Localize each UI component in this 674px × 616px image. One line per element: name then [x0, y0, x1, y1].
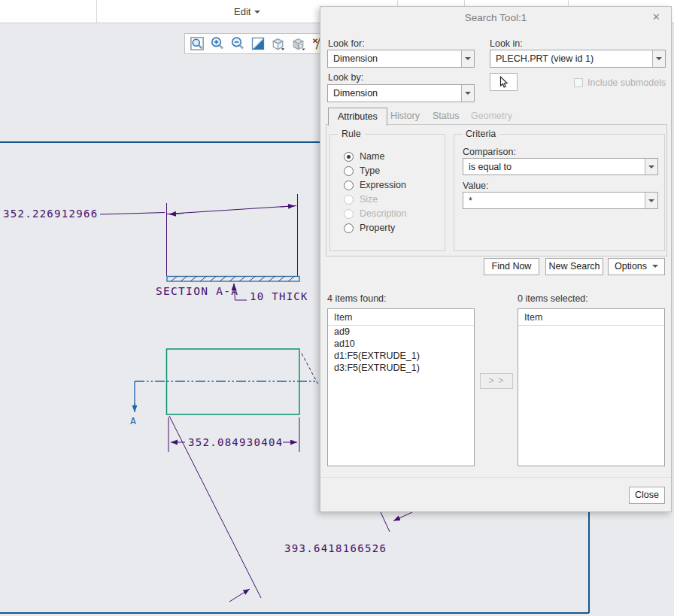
chevron-down-icon[interactable] — [652, 50, 665, 67]
rule-option-description: Description — [338, 208, 407, 219]
rule-option-expression[interactable]: Expression — [338, 180, 406, 190]
look-for-value: Dimension — [333, 53, 457, 64]
section-bar[interactable] — [167, 275, 299, 282]
ribbon-divider — [464, 0, 465, 6]
tab-geometry: Geometry — [462, 108, 521, 125]
radio-icon[interactable] — [344, 166, 354, 176]
zoom-in-icon[interactable] — [207, 35, 227, 53]
edit-menu-label: Edit — [234, 6, 250, 17]
display-style-icon[interactable] — [268, 35, 288, 53]
items-selected-label: 0 items selected: — [518, 293, 588, 304]
comparison-label: Comparison: — [463, 147, 516, 157]
comparison-combobox[interactable]: is equal to — [463, 158, 658, 175]
criteria-group-title: Criteria — [462, 129, 499, 139]
new-search-button[interactable]: New Search — [545, 258, 603, 275]
search-tool-dialog: Search Tool:1 ✕ Look for: Dimension Look… — [320, 6, 672, 512]
dimension-top-lines[interactable] — [100, 194, 298, 276]
rule-group-title: Rule — [338, 129, 365, 139]
tab-history[interactable]: History — [381, 108, 429, 125]
cursor-icon — [499, 76, 509, 89]
radio-disabled-icon — [344, 209, 354, 219]
found-items-list[interactable]: Item ad9 ad10 d1:F5(EXTRUDE_1) d3:F5(EXT… — [327, 308, 475, 466]
close-icon[interactable]: ✕ — [652, 11, 660, 23]
include-submodels-label: Include submodels — [587, 77, 666, 88]
saved-orientations-icon[interactable] — [288, 35, 308, 53]
chevron-down-icon[interactable] — [645, 193, 657, 208]
look-in-label: Look in: — [490, 38, 523, 49]
section-label: SECTION A-A — [156, 285, 238, 297]
include-submodels-checkbox — [574, 78, 583, 87]
chevron-down-icon[interactable] — [645, 159, 657, 174]
rule-option-size: Size — [338, 194, 378, 205]
zoom-out-icon[interactable] — [227, 35, 247, 53]
section-cutting-line[interactable] — [135, 381, 317, 412]
options-button[interactable]: Options — [608, 258, 665, 275]
ribbon-divider — [397, 0, 398, 6]
zoom-refit-icon[interactable] — [187, 35, 207, 53]
rule-groupbox: Rule Name Type Expression Size Descripti… — [329, 134, 445, 251]
selected-items-list[interactable]: Item — [518, 308, 665, 466]
chevron-down-icon — [652, 265, 658, 268]
look-in-value: PLECH.PRT (view id 1) — [496, 53, 648, 64]
chevron-down-icon — [254, 11, 260, 14]
value-label: Value: — [463, 181, 489, 191]
dimension-diagonal-value[interactable]: 393.6418166526 — [284, 542, 387, 554]
section-arrow-label: A — [130, 415, 137, 426]
radio-disabled-icon — [344, 195, 354, 205]
chevron-down-icon[interactable] — [461, 50, 474, 67]
thickness-note[interactable]: 10 THICK — [250, 290, 308, 302]
dimension-top-value[interactable]: 352.226912966 — [3, 208, 98, 220]
look-by-value: Dimension — [333, 88, 457, 99]
list-item[interactable]: ad9 — [328, 326, 474, 338]
selected-list-column-header[interactable]: Item — [518, 309, 664, 326]
look-by-combobox[interactable]: Dimension — [327, 84, 475, 102]
attributes-tab-panel: Rule Name Type Expression Size Descripti… — [326, 124, 667, 256]
move-right-button: > > — [480, 373, 513, 389]
dialog-title: Search Tool:1 — [320, 12, 671, 23]
close-button[interactable]: Close — [629, 487, 665, 504]
chevron-down-icon[interactable] — [461, 85, 474, 102]
value-value: * — [469, 196, 641, 206]
list-item[interactable]: d1:F5(EXTRUDE_1) — [328, 350, 474, 362]
rule-option-name[interactable]: Name — [338, 151, 384, 162]
rule-option-type[interactable]: Type — [338, 165, 380, 176]
look-in-combobox[interactable]: PLECH.PRT (view id 1) — [490, 50, 666, 68]
select-items-button[interactable] — [490, 73, 518, 91]
list-item[interactable]: d3:F5(EXTRUDE_1) — [328, 362, 474, 374]
look-by-label: Look by: — [328, 72, 363, 83]
find-now-button[interactable]: Find Now — [484, 258, 539, 275]
comparison-value: is equal to — [469, 162, 641, 172]
rule-option-property[interactable]: Property — [338, 223, 395, 233]
radio-icon[interactable] — [344, 223, 354, 233]
edit-menu-button[interactable]: Edit — [228, 4, 266, 20]
repaint-icon[interactable] — [247, 35, 268, 53]
graphics-toolbar — [184, 33, 332, 54]
dimension-bottom-value[interactable]: 352.084930404 — [188, 436, 283, 448]
value-combobox[interactable]: * — [463, 192, 658, 209]
radio-icon[interactable] — [344, 181, 354, 190]
dialog-separator — [320, 477, 671, 478]
criteria-groupbox: Criteria Comparison: is equal to Value: … — [454, 134, 665, 251]
ribbon-divider — [96, 0, 97, 23]
look-for-label: Look for: — [328, 38, 365, 49]
list-item[interactable]: ad10 — [328, 338, 474, 350]
tab-attributes[interactable]: Attributes — [328, 108, 387, 126]
dialog-titlebar[interactable]: Search Tool:1 ✕ — [320, 7, 671, 28]
items-found-label: 4 items found: — [327, 293, 387, 304]
look-for-combobox[interactable]: Dimension — [327, 50, 475, 68]
radio-selected-icon[interactable] — [344, 152, 354, 162]
found-list-column-header[interactable]: Item — [328, 309, 474, 326]
ribbon-divider — [568, 0, 569, 6]
